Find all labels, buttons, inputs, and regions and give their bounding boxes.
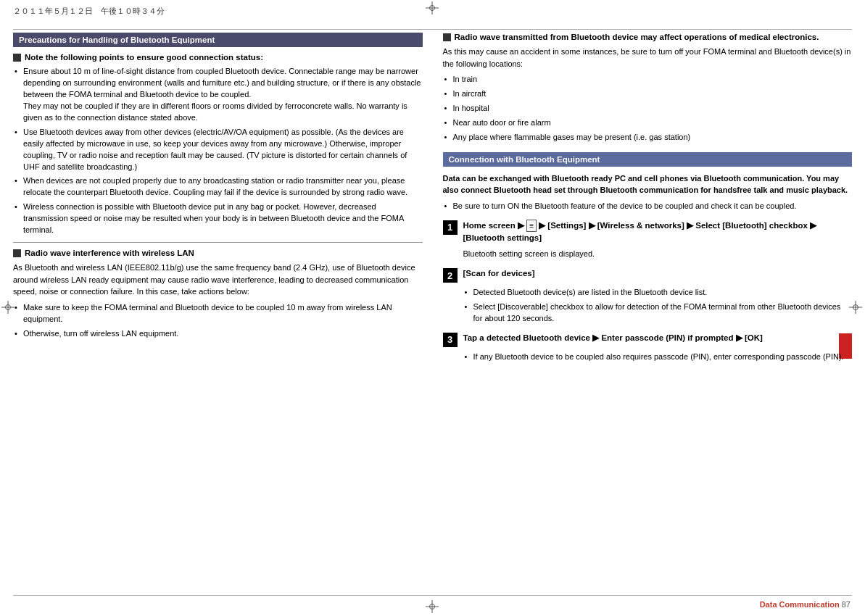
step-3-container: 3 Tap a detected Bluetooth device ▶ Ente… xyxy=(443,332,853,347)
connection-bullets-pre: Be sure to turn ON the Bluetooth feature… xyxy=(443,201,853,212)
connection-header: Connection with Bluetooth Equipment xyxy=(443,152,853,167)
step-1-content: Home screen ▶ ≡ ▶ [Settings] ▶ [Wireless… xyxy=(463,220,853,245)
section-divider xyxy=(13,242,423,243)
list-item: Select [Discoverable] checkbox to allow … xyxy=(463,301,853,325)
step-1-note: Bluetooth setting screen is displayed. xyxy=(463,249,853,260)
list-item: In aircraft xyxy=(443,88,853,100)
medical-intro: As this may cause an accident in some in… xyxy=(443,46,853,70)
precautions-header: Precautions for Handling of Bluetooth Eq… xyxy=(13,33,423,47)
radio-subheader: Radio wave interference with wireless LA… xyxy=(13,249,423,257)
list-item: Any place where flammable gases may be p… xyxy=(443,132,853,143)
left-column: Precautions for Handling of Bluetooth Eq… xyxy=(13,33,429,594)
step-2-bullets: Detected Bluetooth device(s) are listed … xyxy=(463,287,853,325)
radio-intro: As Bluetooth and wireless LAN (IEEE802.1… xyxy=(13,262,423,298)
header-timestamp: ２０１１年５月１２日 午後１０時３４分 xyxy=(13,6,165,17)
list-item: In hospital xyxy=(443,103,853,115)
medical-square-icon xyxy=(443,33,451,41)
right-column: Radio wave transmitted from Bluetooth de… xyxy=(437,33,853,594)
note-header-text: Note the following points to ensure good… xyxy=(25,53,263,62)
note-subheader: Note the following points to ensure good… xyxy=(13,53,423,62)
step-1-container: 1 Home screen ▶ ≡ ▶ [Settings] ▶ [Wirele… xyxy=(443,220,853,245)
step-3-content: Tap a detected Bluetooth device ▶ Enter … xyxy=(463,332,763,344)
footer: Data Communication 87 xyxy=(760,600,850,609)
medical-header-text: Radio wave transmitted from Bluetooth de… xyxy=(455,33,819,41)
radio-bullets: Make sure to keep the FOMA terminal and … xyxy=(13,302,423,340)
list-item: Make sure to keep the FOMA terminal and … xyxy=(13,302,423,325)
crosshair-bottom-icon xyxy=(426,600,440,615)
bottom-divider xyxy=(13,595,852,596)
list-item: Be sure to turn ON the Bluetooth feature… xyxy=(443,201,853,212)
list-item: Detected Bluetooth device(s) are listed … xyxy=(463,287,853,299)
radio-header-text: Radio wave interference with wireless LA… xyxy=(25,249,194,257)
list-item: In train xyxy=(443,74,853,86)
medical-bullets: In train In aircraft In hospital Near au… xyxy=(443,74,853,143)
step-2-number: 2 xyxy=(443,268,458,283)
list-item: If any Bluetooth device to be coupled al… xyxy=(463,351,853,363)
main-content: Precautions for Handling of Bluetooth Eq… xyxy=(13,33,852,594)
footer-page-number: 87 xyxy=(842,600,850,609)
footer-section-label: Data Communication xyxy=(760,600,840,609)
medical-subheader: Radio wave transmitted from Bluetooth de… xyxy=(443,33,853,41)
list-item: Otherwise, turn off wireless LAN equipme… xyxy=(13,328,423,340)
step-2-content: [Scan for devices] xyxy=(463,267,535,280)
list-item: Wireless connection is possible with Blu… xyxy=(13,201,423,236)
list-item: Use Bluetooth devices away from other de… xyxy=(13,127,423,173)
note-square-icon xyxy=(13,54,21,62)
menu-icon: ≡ xyxy=(526,220,537,232)
step-3-number: 3 xyxy=(443,333,458,347)
step-1-number: 1 xyxy=(443,220,458,235)
crosshair-top-icon xyxy=(426,1,440,16)
top-divider xyxy=(13,29,852,30)
list-item: Ensure about 10 m of line-of-sight dista… xyxy=(13,66,423,124)
page: ２０１１年５月１２日 午後１０時３４分 Precautions for Hand… xyxy=(0,0,865,616)
list-item: When devices are not coupled properly du… xyxy=(13,175,423,199)
step-2-container: 2 [Scan for devices] xyxy=(443,267,853,283)
step-3-bullets: If any Bluetooth device to be coupled al… xyxy=(463,351,853,363)
radio-square-icon xyxy=(13,249,21,257)
list-item: Near auto door or fire alarm xyxy=(443,117,853,129)
connection-intro: Data can be exchanged with Bluetooth rea… xyxy=(443,172,853,196)
note-bullets: Ensure about 10 m of line-of-sight dista… xyxy=(13,66,423,236)
